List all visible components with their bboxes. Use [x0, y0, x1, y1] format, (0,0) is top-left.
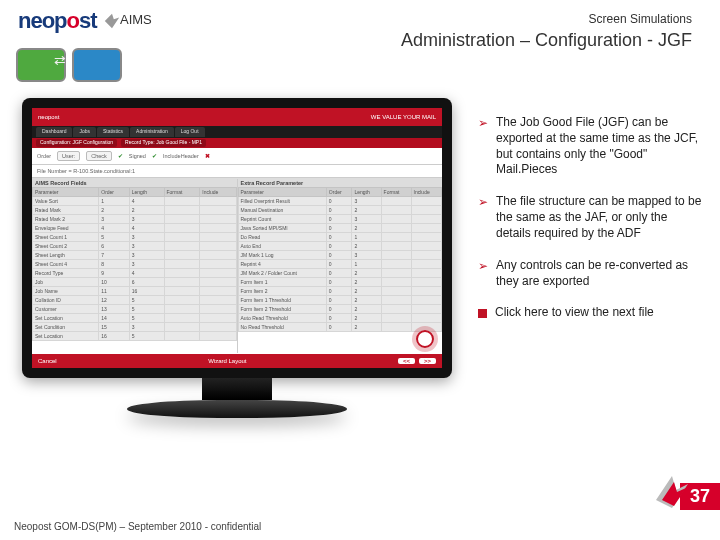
brand-logo: neopost — [18, 8, 121, 34]
cancel-button[interactable]: Cancel — [38, 358, 57, 364]
monitor-neck — [202, 378, 272, 400]
next-button[interactable]: >> — [419, 358, 436, 364]
right-grid-heading: Extra Record Parameter — [238, 179, 443, 187]
table-row[interactable]: Set Location145 — [33, 314, 237, 323]
crumb-record[interactable]: Record Type: Job Good File - MP1 — [121, 139, 206, 147]
tab-statistics[interactable]: Statistics — [97, 127, 129, 137]
bullet-square-icon — [478, 309, 487, 318]
table-row[interactable]: Record Type94 — [33, 269, 237, 278]
table-row[interactable]: Auto End02 — [238, 242, 442, 251]
brand-part3: st — [79, 8, 97, 33]
check-icon: ✔ — [152, 153, 157, 159]
table-row[interactable]: Value Sort14 — [33, 197, 237, 206]
page-title: Administration – Configuration - JGF — [401, 30, 692, 51]
monitor-bezel: neopost WE VALUE YOUR MAIL Dashboard Job… — [22, 98, 452, 378]
col-header: Parameter — [238, 188, 326, 197]
table-row[interactable]: Sheet Length73 — [33, 251, 237, 260]
table-row[interactable]: Rated Mark 233 — [33, 215, 237, 224]
table-row[interactable]: Do Read01 — [238, 233, 442, 242]
brand-part1: neop — [18, 8, 67, 33]
user-chip[interactable]: User: — [57, 151, 80, 161]
table-row[interactable]: Envelope Feed44 — [33, 224, 237, 233]
table-row[interactable]: Form Item 102 — [238, 278, 442, 287]
table-row[interactable]: Sheet Count 153 — [33, 233, 237, 242]
bullet-item: ➢The Job Good File (JGF) can be exported… — [478, 115, 702, 178]
footer-center: Wizard Layout — [208, 358, 246, 364]
slide: neopost AIMS Screen Simulations Administ… — [0, 0, 720, 540]
bullet-item: ➢Any controls can be re-converted as the… — [478, 258, 702, 290]
table-row[interactable]: Set Location165 — [33, 332, 237, 341]
left-grid: AIMS Record Fields ParameterOrderLengthF… — [32, 179, 237, 353]
table-row[interactable]: No Read Threshold02 — [238, 323, 442, 332]
col-header: Include — [200, 188, 236, 197]
bullet-arrow-icon: ➢ — [478, 117, 488, 178]
table-row[interactable]: Reprint 401 — [238, 260, 442, 269]
crumb-config[interactable]: Configuration: JGF Configuration — [36, 139, 117, 147]
diagram-box-blue — [72, 48, 122, 82]
table-row[interactable]: Form Item 202 — [238, 287, 442, 296]
col-header: Length — [352, 188, 381, 197]
left-grid-heading: AIMS Record Fields — [32, 179, 237, 187]
bullet-text: Click here to view the next file — [495, 305, 654, 321]
table-row[interactable]: Java Sorted MPI/SMI02 — [238, 224, 442, 233]
table-row[interactable]: Form Item 2 Threshold02 — [238, 305, 442, 314]
filter-bar-2: File Number = R-100.State.conditional:1 — [32, 165, 442, 178]
app-logo: neopost — [38, 114, 59, 120]
grid-columns: AIMS Record Fields ParameterOrderLengthF… — [32, 178, 442, 353]
breadcrumb: Configuration: JGF Configuration Record … — [32, 138, 442, 148]
brand-part2: o — [67, 8, 79, 33]
right-grid: Extra Record Parameter ParameterOrderLen… — [237, 179, 443, 353]
footer-note: Neopost GOM-DS(PM) – September 2010 - co… — [14, 521, 261, 532]
table-row[interactable]: Sheet Count 263 — [33, 242, 237, 251]
table-row[interactable]: Customer135 — [33, 305, 237, 314]
table-row[interactable]: Set Condition153 — [33, 323, 237, 332]
right-table: ParameterOrderLengthFormatIncludeFilled … — [238, 187, 443, 332]
brand-mark-icon — [103, 12, 121, 30]
app-tagline: WE VALUE YOUR MAIL — [371, 114, 436, 120]
bullet-text: The Job Good File (JGF) can be exported … — [496, 115, 702, 178]
app-tabs: Dashboard Jobs Statistics Administration… — [32, 126, 442, 138]
bullet-list: ➢The Job Good File (JGF) can be exported… — [478, 115, 702, 337]
table-row[interactable]: Job Name1116 — [33, 287, 237, 296]
left-table: ParameterOrderLengthFormatIncludeValue S… — [32, 187, 237, 341]
table-row[interactable]: Collation ID125 — [33, 296, 237, 305]
tab-logout[interactable]: Log Out — [175, 127, 205, 137]
bullet-text: Any controls can be re-converted as they… — [496, 258, 702, 290]
diagram-arrows-icon: ⇄ — [54, 52, 66, 68]
clear-icon[interactable]: ✖ — [205, 153, 210, 159]
tab-dashboard[interactable]: Dashboard — [36, 127, 72, 137]
tab-jobs[interactable]: Jobs — [73, 127, 96, 137]
eyebrow: Screen Simulations — [589, 12, 692, 26]
monitor-base — [127, 400, 347, 418]
table-row[interactable]: Form Item 1 Threshold02 — [238, 296, 442, 305]
aims-label: AIMS — [120, 12, 152, 27]
col-header: Order — [326, 188, 352, 197]
tab-administration[interactable]: Administration — [130, 127, 174, 137]
table-row[interactable]: Auto Read Threshold02 — [238, 314, 442, 323]
table-row[interactable]: Sheet Count 483 — [33, 260, 237, 269]
bullet-arrow-icon: ➢ — [478, 196, 488, 241]
bullet-item: ➢The file structure can be mapped to be … — [478, 194, 702, 241]
col-header: Format — [164, 188, 200, 197]
table-row[interactable]: Rated Mark22 — [33, 206, 237, 215]
app-header: neopost WE VALUE YOUR MAIL — [32, 108, 442, 126]
bullet-item[interactable]: Click here to view the next file — [478, 305, 702, 321]
table-row[interactable]: Filled Overprint Result03 — [238, 197, 442, 206]
table-row[interactable]: Job106 — [33, 278, 237, 287]
col-header: Length — [129, 188, 164, 197]
app-footer: Cancel Wizard Layout << >> — [32, 354, 442, 368]
table-row[interactable]: Reprint Count03 — [238, 215, 442, 224]
table-row[interactable]: JM Mark 2 / Folder Count02 — [238, 269, 442, 278]
order-label: Order — [37, 153, 51, 159]
check-button[interactable]: Check — [86, 151, 112, 161]
table-row[interactable]: JM Mark 1 Log03 — [238, 251, 442, 260]
table-row[interactable]: Manual Destination02 — [238, 206, 442, 215]
include-label: IncludeHeader — [163, 153, 199, 159]
prev-button[interactable]: << — [398, 358, 415, 364]
check-icon: ✔ — [118, 153, 123, 159]
bullet-arrow-icon: ➢ — [478, 260, 488, 290]
monitor: neopost WE VALUE YOUR MAIL Dashboard Job… — [22, 98, 452, 438]
bullet-text: The file structure can be mapped to be t… — [496, 194, 702, 241]
col-header: Format — [381, 188, 411, 197]
flow-diagram: ⇄ — [14, 38, 134, 92]
